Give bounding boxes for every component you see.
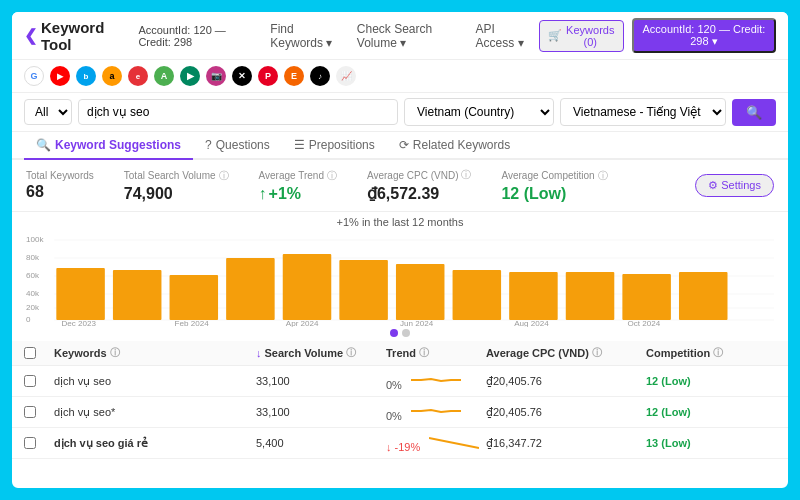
svg-rect-20 [509, 272, 558, 320]
average-trend-info-icon[interactable]: ⓘ [327, 169, 337, 183]
tab-questions[interactable]: ? Questions [193, 132, 282, 160]
tabs: 🔍 Keyword Suggestions ? Questions ☰ Prep… [12, 132, 788, 160]
country-select[interactable]: Vietnam (Country) [404, 98, 554, 126]
row1-cpc: ₫20,405.76 [486, 375, 646, 388]
find-keywords-nav[interactable]: Find Keywords ▾ [264, 19, 349, 53]
total-keywords-label: Total Keywords [26, 170, 94, 181]
pinterest-engine-icon[interactable]: P [258, 66, 278, 86]
search-bar: G ▶ b a e A ▶ 📷 ✕ P E ♪ 📈 [12, 60, 788, 93]
total-search-volume-info-icon[interactable]: ⓘ [219, 169, 229, 183]
row3-checkbox[interactable] [24, 437, 36, 449]
youtube-engine-icon[interactable]: ▶ [50, 66, 70, 86]
logo-text: Keyword Tool [41, 19, 120, 53]
svg-rect-23 [679, 272, 728, 320]
tab-related-keywords[interactable]: ⟳ Related Keywords [387, 132, 522, 160]
tab-questions-label: Questions [216, 138, 270, 152]
average-trend-value: ↑+1% [259, 185, 337, 203]
chart-container: 100k 80k 60k 40k 20k 0 [26, 232, 774, 327]
row2-search-volume: 33,100 [256, 406, 386, 418]
average-competition-info-icon[interactable]: ⓘ [598, 169, 608, 183]
th-trend: Trend ⓘ [386, 346, 486, 360]
chart-svg: 100k 80k 60k 40k 20k 0 [26, 232, 774, 327]
svg-text:Oct 2024: Oct 2024 [627, 319, 660, 327]
keywords-btn-label: Keywords (0) [566, 24, 615, 48]
svg-rect-15 [226, 258, 275, 320]
all-select[interactable]: All [24, 99, 72, 125]
tiktok-engine-icon[interactable]: ♪ [310, 66, 330, 86]
row3-competition: 13 (Low) [646, 437, 776, 449]
tab-keyword-suggestions[interactable]: 🔍 Keyword Suggestions [24, 132, 193, 160]
average-cpc-info-icon[interactable]: ⓘ [461, 168, 471, 182]
row2-trend-chart [411, 402, 461, 420]
play-engine-icon[interactable]: ▶ [180, 66, 200, 86]
logo-icon: ❮ [24, 26, 37, 45]
trend-header-info-icon[interactable]: ⓘ [419, 346, 429, 360]
keyword-input[interactable] [78, 99, 398, 125]
ebay-engine-icon[interactable]: e [128, 66, 148, 86]
table-section: Keywords ⓘ ↓ Search Volume ⓘ Trend ⓘ Ave… [12, 341, 788, 488]
chart-dot-2[interactable] [402, 329, 410, 337]
svg-text:40k: 40k [26, 289, 40, 298]
chart-dot-1[interactable] [390, 329, 398, 337]
etsy-engine-icon[interactable]: E [284, 66, 304, 86]
amazon-engine-icon[interactable]: a [102, 66, 122, 86]
svg-rect-13 [113, 270, 162, 320]
table-row: dịch vụ seo giá rẻ 5,400 ↓ -19% ₫16,347.… [12, 428, 788, 459]
instagram-engine-icon[interactable]: 📷 [206, 66, 226, 86]
sort-arrow-icon: ↓ [256, 347, 262, 359]
svg-rect-19 [453, 270, 502, 320]
row1-trend-chart [411, 371, 461, 389]
settings-button[interactable]: ⚙ Settings [695, 174, 774, 197]
nav-links: AccountId: 120 — Credit: 298 Find Keywor… [132, 19, 538, 53]
th-checkbox [24, 346, 54, 360]
average-competition-stat: Average Competition ⓘ 12 (Low) [501, 169, 607, 203]
row3-trend: ↓ -19% [386, 433, 486, 453]
google-engine-icon[interactable]: G [24, 66, 44, 86]
th-competition: Competition ⓘ [646, 346, 776, 360]
table-header: Keywords ⓘ ↓ Search Volume ⓘ Trend ⓘ Ave… [12, 341, 788, 366]
row1-search-volume: 33,100 [256, 375, 386, 387]
row2-cpc: ₫20,405.76 [486, 406, 646, 419]
language-select[interactable]: Vietnamese - Tiếng Việt [560, 98, 726, 126]
twitter-engine-icon[interactable]: ✕ [232, 66, 252, 86]
cpc-header-info-icon[interactable]: ⓘ [592, 346, 602, 360]
bing-engine-icon[interactable]: b [76, 66, 96, 86]
row2-checkbox[interactable] [24, 406, 36, 418]
account-nav-label: AccountId: 120 — Credit: 298 [132, 19, 262, 53]
api-access-nav[interactable]: API Access ▾ [470, 19, 539, 53]
svg-text:100k: 100k [26, 235, 44, 244]
keywords-header-info-icon[interactable]: ⓘ [110, 346, 120, 360]
row1-trend: 0% [386, 371, 486, 391]
tab-prepositions-label: Prepositions [309, 138, 375, 152]
keyword-suggestions-icon: 🔍 [36, 138, 51, 152]
tab-prepositions[interactable]: ☰ Prepositions [282, 132, 387, 160]
cart-icon: 🛒 [548, 29, 562, 42]
apps-icon[interactable]: A [154, 66, 174, 86]
svg-text:20k: 20k [26, 303, 40, 312]
total-search-volume-stat: Total Search Volume ⓘ 74,900 [124, 169, 229, 203]
row2-trend: 0% [386, 402, 486, 422]
row1-checkbox[interactable] [24, 375, 36, 387]
more-engine-icon[interactable]: 📈 [336, 66, 356, 86]
keywords-button[interactable]: 🛒 Keywords (0) [539, 20, 624, 52]
row1-checkbox-cell [24, 375, 54, 387]
competition-header-info-icon[interactable]: ⓘ [713, 346, 723, 360]
total-keywords-value: 68 [26, 183, 94, 201]
header-right: 🛒 Keywords (0) AccountId: 120 — Credit: … [539, 18, 776, 53]
search-button[interactable]: 🔍 [732, 99, 776, 126]
tab-related-keywords-label: Related Keywords [413, 138, 510, 152]
check-volume-nav[interactable]: Check Search Volume ▾ [351, 19, 468, 53]
chart-section: +1% in the last 12 months 100k 80k 60k 4… [12, 212, 788, 341]
search-vol-header-info-icon[interactable]: ⓘ [346, 346, 356, 360]
logo: ❮ Keyword Tool [24, 19, 120, 53]
select-all-checkbox[interactable] [24, 347, 36, 359]
account-button[interactable]: AccountId: 120 — Credit: 298 ▾ [632, 18, 776, 53]
total-search-volume-value: 74,900 [124, 185, 229, 203]
average-competition-label: Average Competition ⓘ [501, 169, 607, 183]
svg-rect-22 [622, 274, 671, 320]
svg-text:60k: 60k [26, 271, 40, 280]
related-keywords-icon: ⟳ [399, 138, 409, 152]
th-cpc: Average CPC (VND) ⓘ [486, 346, 646, 360]
tab-keyword-suggestions-label: Keyword Suggestions [55, 138, 181, 152]
row3-trend-chart [429, 433, 479, 451]
